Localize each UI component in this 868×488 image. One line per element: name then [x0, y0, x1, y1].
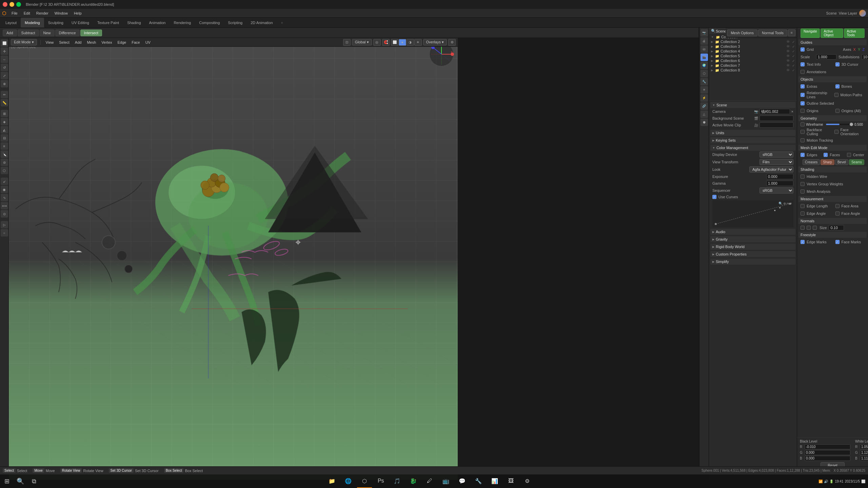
taskbar-app9[interactable]: ⚙ — [520, 474, 535, 488]
vertex-normals-checkbox[interactable] — [801, 226, 805, 230]
prop-particles-icon[interactable]: ✳ — [701, 86, 708, 94]
poly-build-tool[interactable]: ⬡ — [1, 167, 8, 174]
white-b-input[interactable] — [860, 456, 868, 461]
taskbar-app6[interactable]: 🔧 — [471, 474, 486, 488]
white-r-input[interactable] — [860, 444, 868, 449]
gravity-header[interactable]: ▶ Gravity — [710, 236, 795, 242]
viewport-tool-btn[interactable]: ⚙ — [448, 39, 456, 46]
snap-button[interactable]: 🧲 — [382, 39, 390, 46]
collection-item-7[interactable]: ▶ 📁 Collection 7 👁 ✓ — [709, 63, 797, 68]
taskbar-app8[interactable]: 🖼 — [504, 474, 518, 488]
edge-slide-tool[interactable]: ⟺ — [1, 202, 8, 209]
tab-compositing[interactable]: Compositing — [195, 18, 224, 27]
active-tools-btn[interactable]: Active Tools — [844, 28, 865, 38]
objects-header[interactable]: Objects — [798, 76, 867, 82]
menu-help[interactable]: Help — [71, 11, 84, 16]
face-angle-checkbox[interactable] — [835, 211, 840, 216]
simplify-header[interactable]: ▶ Simplify — [710, 259, 795, 265]
mesh-analysis-checkbox[interactable] — [801, 189, 805, 194]
edge-angle-checkbox[interactable] — [801, 211, 805, 216]
collection-item-3[interactable]: ▶ 📁 Collection 3 👁 ✓ — [709, 44, 797, 49]
inset-tool[interactable]: ◈ — [1, 118, 8, 125]
add-tab-button[interactable]: + — [277, 18, 287, 27]
prop-scene-icon[interactable]: 🎬 — [701, 54, 708, 61]
normals-size-input[interactable] — [829, 225, 844, 230]
axis-x-btn[interactable]: X — [853, 47, 856, 52]
edge-marks-checkbox[interactable] — [801, 240, 805, 244]
menu-render[interactable]: Render — [34, 11, 51, 16]
start-button[interactable]: ⊞ — [0, 474, 14, 488]
taskbar-explorer[interactable]: 📁 — [324, 474, 339, 488]
taskbar-app4[interactable]: 📺 — [438, 474, 453, 488]
view-transform-select[interactable]: Film — [760, 159, 793, 165]
randomize-tool[interactable]: ∿ — [1, 194, 8, 201]
menu-file[interactable]: File — [9, 11, 20, 16]
tab-modeling[interactable]: Modeling — [21, 18, 44, 27]
prop-physics-icon[interactable]: ⚡ — [701, 94, 708, 102]
offset-edge-tool[interactable]: ≡ — [1, 142, 8, 150]
prop-data-icon[interactable]: △ — [701, 110, 708, 118]
mesh-edit-mode-header[interactable]: Mesh Edit Mode — [798, 145, 867, 151]
shrink-tool[interactable]: ⊙ — [1, 210, 8, 218]
camera-link-icon[interactable]: × — [791, 109, 793, 114]
cursor-tool[interactable]: ✛ — [1, 47, 8, 55]
rendered-shading-btn[interactable]: ☀ — [414, 39, 422, 46]
vhdr-mesh[interactable]: Mesh — [85, 40, 98, 45]
proportional-edit-button[interactable]: ◎ — [373, 39, 381, 46]
scale-input[interactable] — [816, 54, 836, 60]
wireframe-shading-btn[interactable]: ⬜ — [391, 39, 398, 46]
bevel-btn[interactable]: Bevel — [835, 159, 848, 165]
3d-cursor-checkbox[interactable] — [835, 62, 840, 66]
geometry-header[interactable]: Geometry — [798, 115, 867, 121]
to-sphere-tool[interactable]: ○ — [1, 229, 8, 237]
motion-paths-checkbox[interactable] — [834, 93, 839, 97]
custom-props-header[interactable]: ▶ Custom Properties — [710, 251, 795, 257]
vhdr-edge[interactable]: Edge — [116, 40, 128, 45]
black-g-input[interactable] — [805, 450, 850, 455]
motion-tracking-checkbox[interactable] — [801, 138, 805, 142]
normal-tools-button[interactable]: Normal Tools — [758, 29, 787, 36]
taskbar-search-button[interactable]: 🔍 — [14, 474, 27, 488]
collection-item-4[interactable]: ▶ 📁 Collection 4 👁 ✓ — [709, 49, 797, 54]
subtract-bool-button[interactable]: Subtract — [18, 29, 39, 36]
prop-output-icon[interactable]: 🖨 — [701, 37, 708, 45]
menu-edit[interactable]: Edit — [21, 11, 33, 16]
curve-close[interactable]: × — [790, 202, 792, 205]
origins-checkbox[interactable] — [801, 109, 805, 113]
close-button[interactable] — [3, 2, 7, 7]
measurement-header[interactable]: Measurement — [798, 196, 867, 202]
wireframe-checkbox[interactable] — [801, 122, 805, 126]
guides-header[interactable]: Guides — [798, 39, 867, 45]
prop-view-layer-icon[interactable]: 🗂 — [701, 45, 708, 53]
look-select[interactable]: Agfa Agfacolor Futura 100 — [749, 166, 793, 172]
tab-texture-paint[interactable]: Texture Paint — [93, 18, 123, 27]
prop-modifier-icon[interactable]: 🔧 — [701, 78, 708, 85]
hidden-wire-checkbox[interactable] — [801, 175, 805, 179]
taskbar-app7[interactable]: 📊 — [487, 474, 502, 488]
add-bool-button[interactable]: Add — [3, 29, 17, 36]
gamma-input[interactable] — [766, 181, 793, 186]
tab-shading[interactable]: Shading — [123, 18, 145, 27]
display-device-select[interactable]: sRGB — [760, 151, 793, 158]
split-normals-checkbox[interactable] — [813, 226, 817, 230]
faces-checkbox[interactable] — [824, 153, 828, 157]
axis-z-btn[interactable]: Z — [862, 47, 865, 52]
select-box-tool[interactable]: ⬜ — [1, 39, 8, 47]
bisect-tool[interactable]: ⊘ — [1, 159, 8, 166]
vhdr-view[interactable]: View — [44, 40, 56, 45]
extrude-tool[interactable]: ⊞ — [1, 110, 8, 117]
minimize-button[interactable] — [9, 2, 14, 7]
solid-shading-btn[interactable]: ● — [399, 39, 406, 46]
pivot-point-button[interactable]: ⊡ — [343, 39, 351, 46]
white-g-input[interactable] — [860, 450, 868, 455]
scene-selector[interactable]: Scene — [826, 11, 837, 15]
curves-display[interactable]: 🔍 ⊕ ✏ × — [712, 200, 793, 227]
overlays-dropdown-button[interactable]: Overlays ▾ — [423, 39, 447, 45]
taskbar-app1[interactable]: 🎵 — [390, 474, 405, 488]
difference-bool-button[interactable]: Difference — [55, 29, 80, 36]
movie-clip-input[interactable] — [760, 122, 794, 128]
bg-scene-input[interactable] — [760, 116, 794, 121]
active-object-btn[interactable]: Active Object — [821, 28, 843, 38]
axis-y-btn[interactable]: Y — [858, 47, 860, 52]
knife-tool[interactable]: 🔪 — [1, 150, 8, 158]
